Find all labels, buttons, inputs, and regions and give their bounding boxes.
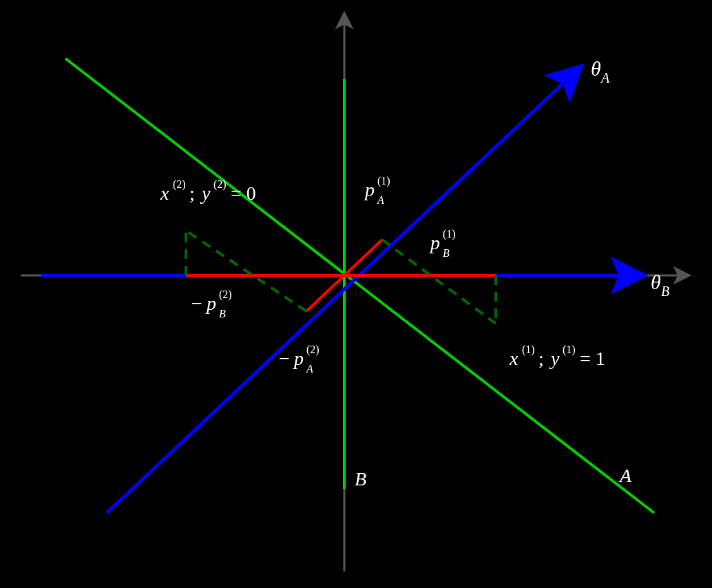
label-pB2: − p (2) B — [191, 288, 232, 319]
svg-text:A: A — [306, 363, 313, 375]
svg-text:(2): (2) — [219, 288, 232, 301]
svg-text:B: B — [219, 308, 226, 319]
svg-text:(1): (1) — [377, 175, 390, 187]
svg-text:p: p — [293, 348, 304, 369]
theta-B-base: θ — [651, 271, 661, 293]
label-line-B: B — [355, 468, 366, 490]
theta-A-base: θ — [591, 57, 601, 80]
svg-text:p: p — [429, 232, 440, 253]
svg-text:(1): (1) — [443, 228, 456, 240]
theta-B-sub: B — [661, 284, 669, 299]
svg-text:p: p — [205, 293, 216, 314]
axis-theta-A — [107, 69, 578, 513]
line-A — [65, 59, 654, 513]
svg-text:;: ; — [189, 182, 198, 204]
svg-text:x: x — [160, 182, 169, 204]
label-pA1: p (1) A — [364, 175, 390, 206]
label-theta-A: θ A — [591, 57, 610, 85]
label-line-A: A — [618, 465, 632, 486]
svg-text:(2): (2) — [306, 344, 320, 356]
svg-text:A: A — [377, 194, 384, 206]
svg-text:(1): (1) — [563, 344, 576, 356]
svg-text:−: − — [191, 293, 202, 314]
svg-text:p: p — [364, 179, 375, 200]
theta-A-sub: A — [600, 70, 610, 85]
label-pA2: − p (2) A — [279, 344, 320, 375]
svg-text:B: B — [443, 247, 450, 259]
label-x2y2: x (2) ; y (2) = 0 — [160, 178, 256, 204]
label-pB1: p (1) B — [429, 228, 456, 259]
svg-text:y: y — [200, 182, 211, 204]
svg-text:(2): (2) — [173, 178, 186, 191]
svg-text:(2): (2) — [213, 178, 227, 191]
svg-text:(1): (1) — [522, 344, 535, 356]
svg-text:y: y — [549, 348, 560, 369]
label-x1y1: x (1) ; y (1) = 1 — [509, 344, 605, 369]
svg-text:= 1: = 1 — [580, 348, 605, 369]
svg-text:−: − — [279, 348, 290, 369]
diagram: θ A θ B A B p (1) A p (1) B − p (2) B − … — [0, 0, 712, 588]
svg-text:= 0: = 0 — [231, 182, 256, 204]
dash-x2-from-A — [186, 231, 306, 311]
svg-text:;: ; — [538, 348, 547, 369]
svg-text:x: x — [509, 348, 519, 369]
